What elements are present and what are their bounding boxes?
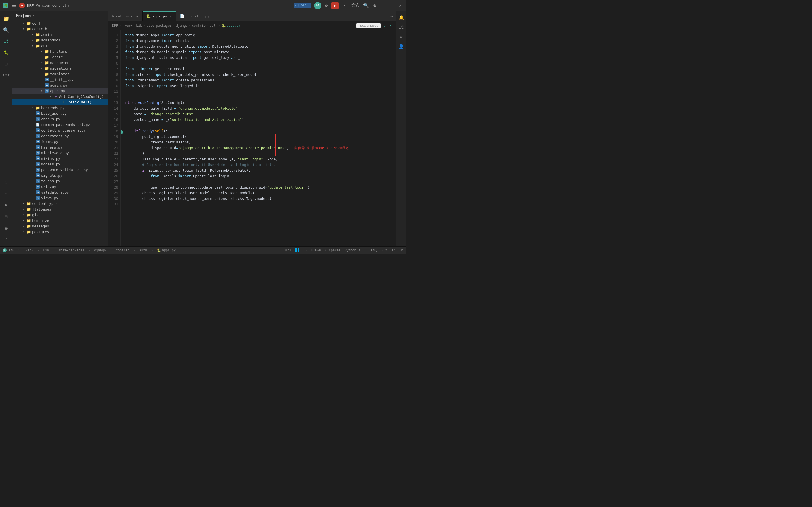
breadcrumb-django[interactable]: django: [176, 24, 188, 27]
close-apps-py-icon[interactable]: ✕: [169, 14, 172, 19]
sidebar-grid-icon[interactable]: ⊞: [1, 211, 11, 222]
breadcrumb-drf[interactable]: DRF: [112, 24, 118, 27]
list-item[interactable]: ▶📁admin: [12, 32, 108, 37]
list-item[interactable]: pymodels.py: [12, 161, 108, 167]
list-item[interactable]: ▶📁migrations: [12, 65, 108, 71]
status-contrib[interactable]: contrib: [116, 248, 129, 252]
list-item[interactable]: pydecorators.py: [12, 133, 108, 139]
status-indent[interactable]: 4 spaces: [325, 248, 340, 252]
list-item[interactable]: pyurls.py: [12, 184, 108, 189]
list-item[interactable]: ▶📁conf: [12, 20, 108, 26]
breadcrumb-lib[interactable]: Lib: [136, 24, 142, 27]
status-auth[interactable]: auth: [139, 248, 147, 252]
tree-arrow-icon: ▶: [31, 106, 35, 110]
list-item[interactable]: ▶📁flatpages: [12, 206, 108, 212]
list-item[interactable]: pyhashers.py: [12, 144, 108, 150]
list-item[interactable]: ▼pyapps.py: [12, 88, 108, 94]
list-item[interactable]: ▶📁templates: [12, 71, 108, 77]
sidebar-bookmark-icon[interactable]: ⚑: [1, 200, 11, 210]
list-item[interactable]: pyforms.py: [12, 139, 108, 144]
close-button[interactable]: ✕: [397, 3, 403, 8]
list-item[interactable]: ▼📁contrib: [12, 26, 108, 32]
sidebar-debug-icon[interactable]: 🐛: [1, 47, 11, 57]
sidebar-account-icon[interactable]: ⚐: [1, 234, 11, 244]
menu-icon[interactable]: ☰: [11, 2, 17, 9]
sidebar-circle-icon[interactable]: ◉: [1, 223, 11, 233]
list-item[interactable]: ▶📁postgres: [12, 229, 108, 234]
list-item[interactable]: pychecks.py: [12, 116, 108, 122]
breadcrumb-site-packages[interactable]: site-packages: [146, 24, 172, 27]
status-venv[interactable]: .venv: [24, 248, 34, 252]
dj-badge[interactable]: dj DRF ∨: [293, 3, 311, 8]
right-panel-git-icon[interactable]: ⎇: [397, 23, 405, 31]
sidebar-explorer-icon[interactable]: 📁: [1, 13, 11, 24]
code-content[interactable]: from django.apps import AppConfigfrom dj…: [121, 30, 396, 246]
sidebar-git-icon[interactable]: ⎇: [1, 36, 11, 46]
list-item[interactable]: ▶📁messages: [12, 223, 108, 229]
status-site-packages[interactable]: site-packages: [59, 248, 84, 252]
status-lib[interactable]: Lib: [43, 248, 49, 252]
check-green-icon[interactable]: ✓: [384, 23, 386, 28]
user-avatar[interactable]: GS: [314, 2, 321, 9]
list-item[interactable]: ▶📁admindocs: [12, 37, 108, 43]
sidebar-extensions-icon[interactable]: ⊞: [1, 59, 11, 69]
list-item[interactable]: pysignals.py: [12, 172, 108, 178]
status-encoding[interactable]: UTF-8: [311, 248, 321, 252]
list-item[interactable]: pyvalidators.py: [12, 189, 108, 195]
list-item[interactable]: 📄common-passwords.txt.gz: [12, 122, 108, 127]
status-django[interactable]: django: [94, 248, 106, 252]
list-item[interactable]: ▶📁contenttypes: [12, 201, 108, 206]
more-options-icon[interactable]: ⋮: [341, 2, 347, 9]
settings-icon[interactable]: ⚙: [324, 2, 329, 9]
code-token: update_last_login: [191, 173, 229, 179]
maximize-button[interactable]: ❐: [390, 3, 395, 8]
list-item[interactable]: ▶📁humanize: [12, 218, 108, 223]
breadcrumb-auth[interactable]: auth: [210, 24, 218, 27]
status-python-version[interactable]: Python 3.11 (DRF): [344, 248, 378, 252]
right-panel-settings-icon[interactable]: ⚙: [397, 33, 405, 41]
sidebar-search-icon[interactable]: 🔍: [1, 25, 11, 35]
list-item[interactable]: pymixins.py: [12, 156, 108, 161]
list-item[interactable]: py__init__.py: [12, 77, 108, 82]
status-lf[interactable]: LF: [304, 248, 307, 252]
list-item[interactable]: ▶📁backends.py: [12, 105, 108, 110]
translate-icon[interactable]: 文A: [350, 2, 360, 9]
list-item[interactable]: ▶📁locale: [12, 54, 108, 60]
minimize-button[interactable]: —: [383, 3, 388, 8]
list-item[interactable]: pymiddleware.py: [12, 150, 108, 156]
breadcrumb-venv[interactable]: .venv: [122, 24, 132, 27]
tab-settings-py[interactable]: ⚙ settings.py: [108, 11, 143, 21]
tab-init-py[interactable]: 📄 __init__.py: [176, 11, 213, 21]
list-item[interactable]: pytokens.py: [12, 178, 108, 184]
breadcrumb-contrib[interactable]: contrib: [192, 24, 205, 27]
status-zoom[interactable]: 75%: [382, 248, 388, 252]
list-item[interactable]: pybase_user.py: [12, 110, 108, 116]
right-panel-notification-icon[interactable]: 🔔: [397, 13, 405, 21]
search-icon[interactable]: 🔍: [362, 2, 370, 9]
list-item[interactable]: ▶📁handlers: [12, 49, 108, 54]
tab-more-icon[interactable]: ⋯: [388, 14, 396, 18]
status-apps-py[interactable]: 🐍 apps.py: [157, 248, 175, 252]
breadcrumb-apps-py[interactable]: 🐍apps.py: [222, 24, 240, 27]
list-item[interactable]: pycontext_processors.py: [12, 127, 108, 133]
check2-icon[interactable]: ✓: [389, 23, 392, 28]
reader-mode-button[interactable]: Reader Mode: [356, 23, 381, 28]
list-item[interactable]: ▶◈AuthConfig(AppConfig): [12, 94, 108, 99]
list-item[interactable]: pypassword_validation.py: [12, 167, 108, 172]
right-panel-person-icon[interactable]: 👤: [397, 42, 405, 50]
list-item[interactable]: ▶📁management: [12, 60, 108, 65]
list-item[interactable]: ▶📁gis: [12, 212, 108, 218]
gear-icon[interactable]: ⚙: [372, 2, 377, 9]
sidebar-remote-icon[interactable]: ⊕: [1, 177, 11, 188]
status-drf[interactable]: DR DRF: [3, 248, 14, 252]
run-button[interactable]: ▶: [331, 2, 339, 9]
status-position[interactable]: 31:1: [284, 248, 291, 252]
list-item[interactable]: ⬡ready(self): [12, 99, 108, 105]
tab-apps-py[interactable]: 🐍 apps.py ✕: [143, 11, 176, 21]
list-item[interactable]: pyviews.py: [12, 195, 108, 201]
list-item[interactable]: ▼📁auth: [12, 43, 108, 49]
version-control-label[interactable]: Version control ∨: [36, 4, 70, 8]
list-item[interactable]: pyadmin.py: [12, 82, 108, 88]
sidebar-run-icon[interactable]: ↑: [1, 189, 11, 199]
sidebar-extra-icon[interactable]: •••: [1, 70, 11, 80]
